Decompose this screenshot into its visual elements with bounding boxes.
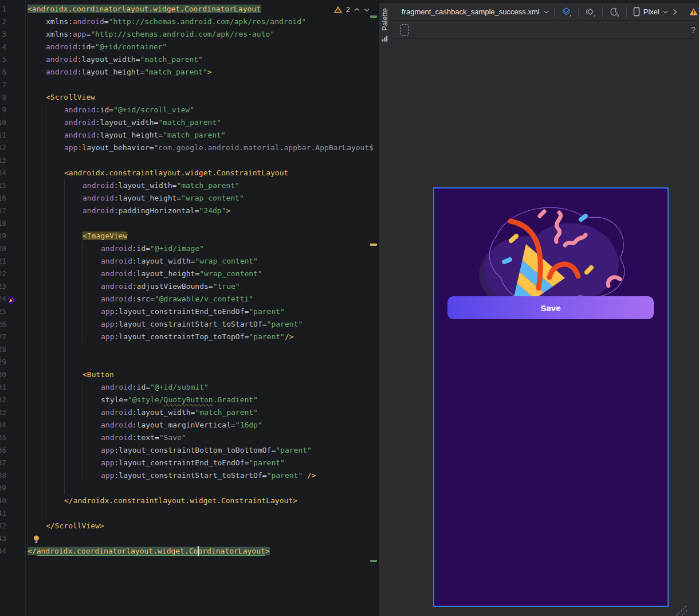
code-line[interactable]: 16android:layout_height="wrap_content"	[0, 192, 378, 205]
line-number: 18	[0, 217, 6, 230]
code-line[interactable]: 40</androidx.constraintlayout.widget.Con…	[0, 495, 378, 507]
code-line[interactable]: 38app:layout_constraintStart_toStartOf="…	[0, 469, 378, 482]
code-line[interactable]: 10android:layout_width="match_parent"	[0, 116, 378, 129]
scrollbar-mark-warning	[370, 244, 377, 246]
next-button[interactable]	[668, 5, 681, 19]
code-line[interactable]: 43	[0, 532, 378, 545]
design-toolbar: fragment_cashback_sample_success.xml Pix…	[391, 3, 699, 21]
palette-icon	[382, 34, 388, 44]
line-number: 7	[0, 79, 6, 91]
line-number: 30	[0, 368, 6, 381]
line-number: 34	[0, 419, 6, 431]
code-line[interactable]: 8<ScrollView	[0, 91, 378, 104]
code-line[interactable]: 28	[0, 343, 378, 356]
warning-icon[interactable]	[334, 6, 342, 13]
scrollbar-mark-added	[370, 560, 377, 562]
scrollbar-mark-added	[370, 15, 377, 18]
next-issue-button[interactable]	[364, 8, 370, 11]
line-number: 44	[0, 545, 6, 558]
code-line[interactable]: 18	[0, 217, 378, 230]
phone-icon	[633, 7, 640, 17]
code-line[interactable]: 42</ScrollView>	[0, 520, 378, 532]
line-number: 31	[0, 381, 6, 394]
line-number: 26	[0, 318, 6, 331]
design-surface[interactable]: Save	[391, 39, 699, 616]
code-line[interactable]: 5android:layout_width="match_parent"	[0, 53, 378, 66]
code-line[interactable]: 32style="@style/QuotyButton.Gradient"	[0, 394, 378, 406]
line-number: 4	[0, 41, 6, 53]
previous-issue-button[interactable]	[354, 8, 360, 11]
code-line[interactable]: 9android:id="@+id/scroll_view"	[0, 104, 378, 116]
file-name: fragment_cashback_sample_success.xml	[402, 7, 540, 16]
palette-tab[interactable]: Palette	[379, 0, 391, 616]
device-frame-icon[interactable]	[400, 24, 409, 36]
code-line[interactable]: 25app:layout_constraintEnd_toEndOf="pare…	[0, 305, 378, 318]
code-line[interactable]: 35android:text="Save"	[0, 431, 378, 444]
code-line[interactable]: 20android:id="@+id/image"	[0, 242, 378, 255]
line-number: 3	[0, 28, 6, 41]
code-line[interactable]: 31android:id="@+id/submit"	[0, 381, 378, 394]
line-number: 28	[0, 343, 6, 356]
code-line[interactable]: 4android:id="@+id/container"	[0, 41, 378, 53]
toolbar-separator	[626, 7, 627, 17]
device-preview-frame[interactable]: Save	[433, 187, 669, 607]
design-preview-pane: Palette fragment_cashback_sample_success…	[378, 0, 699, 616]
code-line[interactable]: 33android:layout_width="match_parent"	[0, 406, 378, 419]
toolbar-separator	[578, 7, 579, 17]
code-line[interactable]: 14<androidx.constraintlayout.widget.Cons…	[0, 167, 378, 179]
code-line[interactable]: 23android:adjustViewBounds="true"	[0, 280, 378, 293]
code-line[interactable]: 21android:layout_width="wrap_content"	[0, 255, 378, 268]
orientation-icon	[586, 7, 595, 17]
line-number: 41	[0, 507, 6, 520]
code-line[interactable]: 15android:layout_width="match_parent"	[0, 179, 378, 192]
code-line[interactable]: 37app:layout_constraintEnd_toEndOf="pare…	[0, 457, 378, 469]
line-number: 12	[0, 142, 6, 154]
chevron-down-icon	[663, 10, 668, 14]
night-mode-button[interactable]	[608, 5, 621, 19]
code-line[interactable]: 17android:paddingHorizontal="24dp">	[0, 205, 378, 217]
layout-warnings-button[interactable]	[689, 8, 698, 15]
code-line[interactable]: 27app:layout_constraintTop_toTopOf="pare…	[0, 331, 378, 343]
line-number: 37	[0, 457, 6, 469]
help-button[interactable]: ?	[691, 25, 696, 34]
line-number: 39	[0, 482, 6, 495]
code-line[interactable]: 41	[0, 507, 378, 520]
orientation-button[interactable]	[584, 5, 597, 19]
code-line[interactable]: 39	[0, 482, 378, 495]
line-number: 2	[0, 15, 6, 28]
warning-count: 2	[346, 6, 350, 14]
moon-icon	[610, 7, 619, 17]
code-line[interactable]: 7	[0, 79, 378, 91]
line-number: 24	[0, 293, 6, 305]
code-line[interactable]: 6android:layout_height="match_parent">	[0, 66, 378, 79]
code-line[interactable]: 12app:layout_behavior="com.google.androi…	[0, 142, 378, 154]
line-number: 14	[0, 167, 6, 179]
code-line[interactable]: 29	[0, 356, 378, 368]
code-line[interactable]: 34android:layout_marginVertical="16dp"	[0, 419, 378, 431]
code-line[interactable]: 26app:layout_constraintStart_toStartOf="…	[0, 318, 378, 331]
inspections-widget[interactable]: 2	[334, 5, 370, 15]
code-line[interactable]: 11android:layout_height="match_parent"	[0, 129, 378, 142]
chevron-down-icon	[544, 10, 549, 14]
code-line[interactable]: 19<ImageView	[0, 230, 378, 242]
code-line[interactable]: 1<androidx.coordinatorlayout.widget.Coor…	[0, 3, 378, 15]
device-selector-dropdown[interactable]: Pixel	[633, 7, 668, 17]
code-line[interactable]: 13	[0, 154, 378, 167]
code-line[interactable]: 30<Button	[0, 368, 378, 381]
code-line[interactable]: 36app:layout_constraintBottom_toBottomOf…	[0, 444, 378, 457]
file-selector-dropdown[interactable]: fragment_cashback_sample_success.xml	[402, 7, 549, 16]
code-editor-pane[interactable]: 1<androidx.coordinatorlayout.widget.Coor…	[0, 0, 378, 616]
palette-tab-label: Palette	[381, 8, 389, 30]
code-line[interactable]: 3xmlns:app="http://schemas.android.com/a…	[0, 28, 378, 41]
save-button[interactable]: Save	[447, 296, 654, 319]
code-line[interactable]: 44</androidx.coordinatorlayout.widget.Co…	[0, 545, 378, 558]
code-line[interactable]: 2xmlns:android="http://schemas.android.c…	[0, 15, 378, 28]
line-number: 38	[0, 469, 6, 482]
line-number: 22	[0, 268, 6, 280]
resize-grip[interactable]	[673, 605, 688, 616]
code-line[interactable]: 22android:layout_height="wrap_content"	[0, 268, 378, 280]
code-line[interactable]: 24android:src="@drawable/v_confetti"	[0, 293, 378, 305]
line-number: 20	[0, 242, 6, 255]
design-surface-mode-button[interactable]	[560, 5, 573, 19]
line-number: 21	[0, 255, 6, 268]
